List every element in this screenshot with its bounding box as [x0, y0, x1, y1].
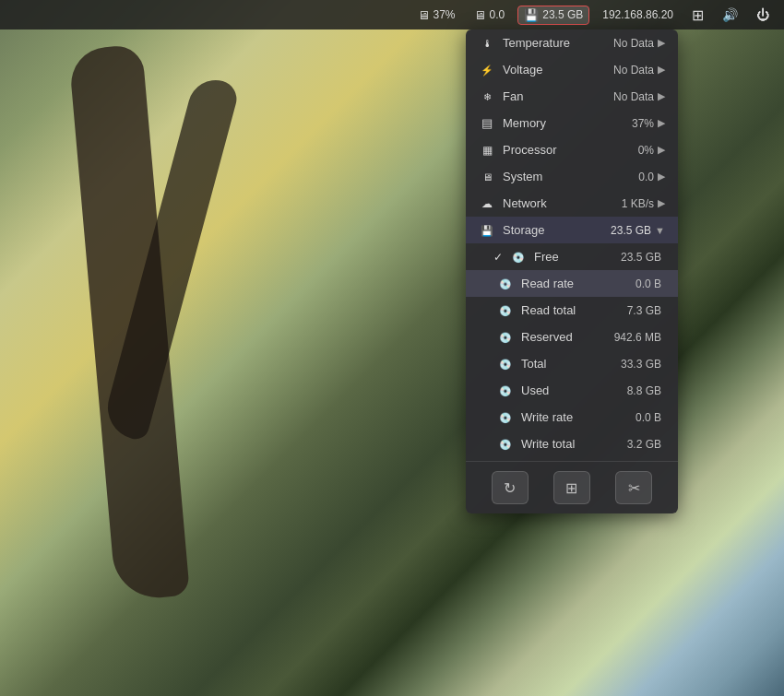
menu-item-write-rate[interactable]: Write rate 0.0 B	[466, 404, 678, 431]
memory-arrow: ▶	[658, 117, 665, 129]
read-total-label: Read total	[521, 303, 627, 317]
free-checkmark: ✓	[493, 251, 508, 264]
storage-menu-value: 23.5 GB	[611, 224, 651, 237]
menu-item-reserved[interactable]: Reserved 942.6 MB	[466, 324, 678, 350]
fan-value: No Data	[613, 90, 654, 103]
menu-item-processor[interactable]: Processor 0% ▶	[466, 136, 678, 163]
write-total-label: Write total	[521, 437, 627, 451]
topbar: 🖥 37% 🖥 0.0 💾 23.5 GB 192.168.86.20 ⊞ 🔊 …	[0, 0, 784, 29]
topbar-power[interactable]: ⏻	[751, 6, 775, 24]
dropdown-footer: ↻ ⊞ ✂	[466, 461, 678, 513]
free-label: Free	[534, 250, 621, 264]
topbar-memory-value: 37%	[434, 8, 456, 21]
voltage-value: No Data	[613, 64, 654, 77]
used-value: 8.8 GB	[627, 384, 661, 397]
memory-icon	[479, 116, 495, 130]
display-icon: ⊞	[565, 479, 577, 497]
system-arrow: ▶	[658, 171, 665, 183]
menu-item-network[interactable]: Network 1 KB/s ▶	[466, 190, 678, 217]
write-rate-value: 0.0 B	[636, 411, 661, 424]
temperature-label: Temperature	[503, 36, 613, 50]
reserved-value: 942.6 MB	[614, 331, 661, 344]
network-icon: ⊞	[692, 6, 704, 24]
processor-arrow: ▶	[658, 144, 665, 156]
storage-label: Storage	[503, 223, 611, 237]
storage-topbar-icon: 💾	[524, 8, 539, 22]
total-disk-icon	[497, 358, 514, 371]
menu-item-system[interactable]: System 0.0 ▶	[466, 163, 678, 190]
menu-item-total[interactable]: Total 33.3 GB	[466, 350, 678, 377]
read-rate-disk-icon	[497, 277, 514, 290]
refresh-icon: ↻	[504, 479, 516, 497]
menu-item-voltage[interactable]: Voltage No Data ▶	[466, 56, 678, 83]
processor-label: Processor	[503, 143, 638, 157]
write-rate-disk-icon	[497, 411, 514, 424]
memory-label: Memory	[503, 116, 632, 130]
used-disk-icon	[497, 384, 514, 397]
settings-icon: ✂	[628, 479, 640, 497]
topbar-system-value: 0.0	[490, 8, 505, 21]
topbar-ip[interactable]: 192.168.86.20	[597, 6, 679, 23]
topbar-storage-value: 23.5 GB	[542, 8, 583, 21]
temperature-value: No Data	[613, 37, 654, 50]
used-label: Used	[521, 383, 627, 397]
topbar-system[interactable]: 🖥 0.0	[469, 6, 511, 24]
refresh-button[interactable]: ↻	[492, 471, 529, 504]
free-value: 23.5 GB	[621, 251, 661, 264]
reserved-disk-icon	[497, 331, 514, 344]
total-label: Total	[521, 357, 621, 371]
storage-dropdown: Temperature No Data ▶ Voltage No Data ▶ …	[466, 29, 678, 513]
menu-item-fan[interactable]: Fan No Data ▶	[466, 83, 678, 110]
network-value: 1 KB/s	[622, 197, 654, 210]
memory-value: 37%	[632, 117, 654, 130]
network-arrow: ▶	[658, 197, 665, 209]
system-topbar-icon: 🖥	[474, 8, 486, 22]
menu-item-read-rate[interactable]: Read rate 0.0 B	[466, 270, 678, 297]
temperature-icon	[479, 37, 495, 50]
voltage-icon	[479, 64, 495, 77]
free-disk-icon	[510, 251, 527, 264]
menu-item-write-total[interactable]: Write total 3.2 GB	[466, 431, 678, 457]
menu-item-memory[interactable]: Memory 37% ▶	[466, 110, 678, 136]
settings-button[interactable]: ✂	[615, 471, 652, 504]
voltage-label: Voltage	[503, 63, 613, 77]
menu-item-used[interactable]: Used 8.8 GB	[466, 377, 678, 404]
processor-value: 0%	[638, 144, 654, 157]
menu-item-free[interactable]: ✓ Free 23.5 GB	[466, 243, 678, 270]
read-rate-label: Read rate	[521, 277, 636, 290]
topbar-volume[interactable]: 🔊	[717, 6, 743, 24]
volume-icon: 🔊	[722, 7, 738, 22]
fan-arrow: ▶	[658, 90, 665, 102]
voltage-arrow: ▶	[658, 64, 665, 76]
menu-item-storage[interactable]: Storage 23.5 GB ▼	[466, 217, 678, 243]
system-icon	[479, 171, 495, 183]
storage-arrow: ▼	[655, 225, 665, 236]
write-total-value: 3.2 GB	[627, 438, 661, 451]
read-total-value: 7.3 GB	[627, 304, 661, 317]
topbar-storage[interactable]: 💾 23.5 GB	[517, 6, 589, 25]
menu-item-read-total[interactable]: Read total 7.3 GB	[466, 297, 678, 324]
system-value: 0.0	[638, 171, 654, 183]
read-rate-value: 0.0 B	[636, 277, 661, 290]
read-total-disk-icon	[497, 304, 514, 317]
network-label: Network	[503, 196, 622, 210]
memory-topbar-icon: 🖥	[418, 8, 430, 22]
processor-icon	[479, 144, 495, 157]
fan-label: Fan	[503, 89, 613, 103]
write-total-disk-icon	[497, 438, 514, 451]
system-label: System	[503, 170, 638, 183]
topbar-ip-value: 192.168.86.20	[602, 8, 673, 21]
topbar-network-icon-btn[interactable]: ⊞	[686, 5, 709, 26]
topbar-memory[interactable]: 🖥 37%	[412, 6, 461, 24]
display-button[interactable]: ⊞	[553, 471, 590, 504]
fan-icon	[479, 90, 495, 103]
total-value: 33.3 GB	[621, 358, 661, 371]
power-icon: ⏻	[756, 7, 769, 22]
network-menu-icon	[479, 197, 495, 210]
write-rate-label: Write rate	[521, 410, 636, 424]
reserved-label: Reserved	[521, 330, 614, 344]
menu-item-temperature[interactable]: Temperature No Data ▶	[466, 29, 678, 56]
storage-menu-icon	[479, 224, 495, 237]
temperature-arrow: ▶	[658, 37, 665, 49]
